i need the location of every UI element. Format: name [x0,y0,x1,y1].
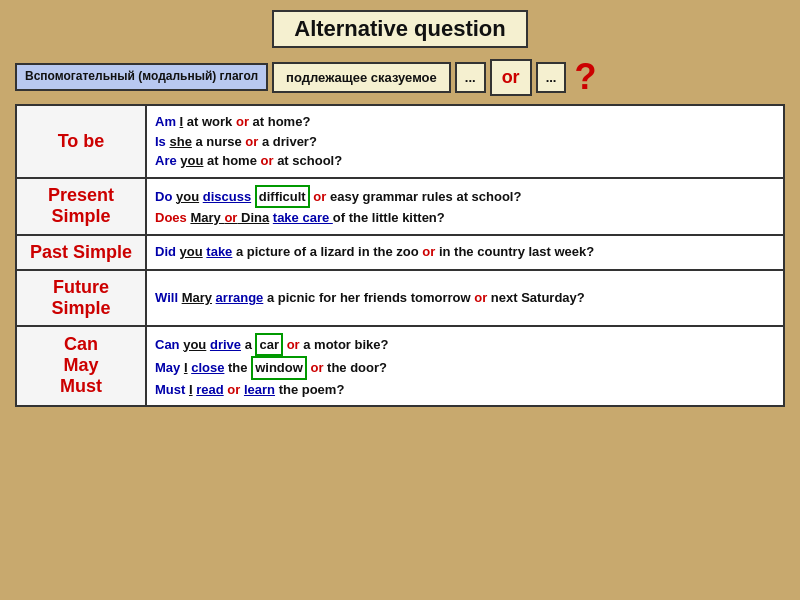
table-row: CanMayMust Can you drive a car or a moto… [16,326,784,407]
table-row: Past Simple Did you take a picture of a … [16,235,784,270]
question-mark: ? [574,56,596,98]
line1: Am I at work or at home? [155,114,310,129]
table-row: PresentSimple Do you discuss difficult o… [16,178,784,235]
line2: May I close the window or the door? [155,360,387,375]
header-row: Вспомогательный (модальный) глагол подле… [15,56,785,98]
category-cell: To be [16,105,146,178]
line2: Does Mary or Dina take care of the littl… [155,210,445,225]
table-row: FutureSimple Will Mary arrange a picnic … [16,270,784,326]
line1: Do you discuss difficult or easy grammar… [155,189,521,204]
line1: Did you take a picture of a lizard in th… [155,244,594,259]
category-cell: Past Simple [16,235,146,270]
or-label: or [490,59,532,96]
line3: Are you at home or at school? [155,153,342,168]
title-container: Alternative question [15,10,785,48]
category-cell: FutureSimple [16,270,146,326]
content-cell: Can you drive a car or a motor bike? May… [146,326,784,407]
line1: Will Mary arrange a picnic for her frien… [155,290,585,305]
table-row: To be Am I at work or at home? Is she a … [16,105,784,178]
content-cell: Did you take a picture of a lizard in th… [146,235,784,270]
line1: Can you drive a car or a motor bike? [155,337,389,352]
dots2-label: ... [536,62,567,93]
content-cell: Will Mary arrange a picnic for her frien… [146,270,784,326]
aux-label: Вспомогательный (модальный) глагол [15,63,268,91]
page-title: Alternative question [272,10,527,48]
content-cell: Do you discuss difficult or easy grammar… [146,178,784,235]
page-wrapper: Alternative question Вспомогательный (мо… [0,0,800,600]
category-cell: PresentSimple [16,178,146,235]
subject-label: подлежащее сказуемое [272,62,451,93]
line3: Must I read or learn the poem? [155,382,344,397]
content-cell: Am I at work or at home? Is she a nurse … [146,105,784,178]
category-cell: CanMayMust [16,326,146,407]
line2: Is she a nurse or a driver? [155,134,317,149]
dots1-label: ... [455,62,486,93]
main-table: To be Am I at work or at home? Is she a … [15,104,785,407]
